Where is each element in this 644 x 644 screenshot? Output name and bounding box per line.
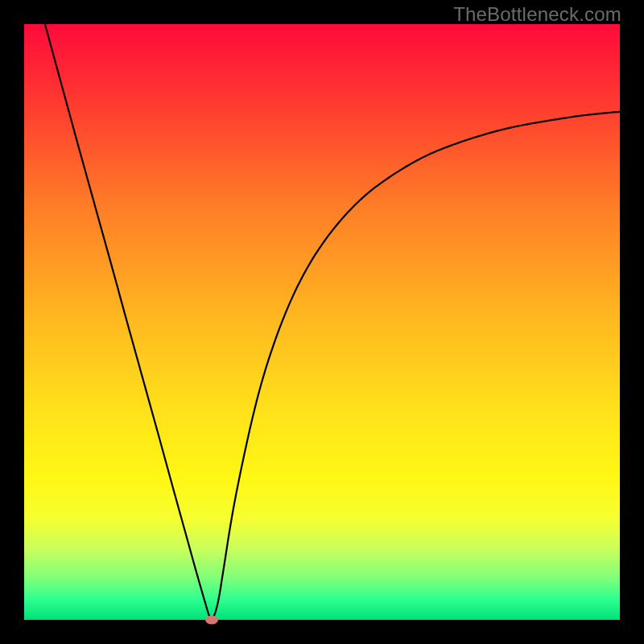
chart-container: TheBottleneck.com	[0, 0, 644, 644]
chart-plot	[0, 0, 644, 644]
watermark-text: TheBottleneck.com	[453, 3, 621, 26]
min-marker	[205, 616, 218, 625]
gradient-background	[24, 24, 620, 620]
